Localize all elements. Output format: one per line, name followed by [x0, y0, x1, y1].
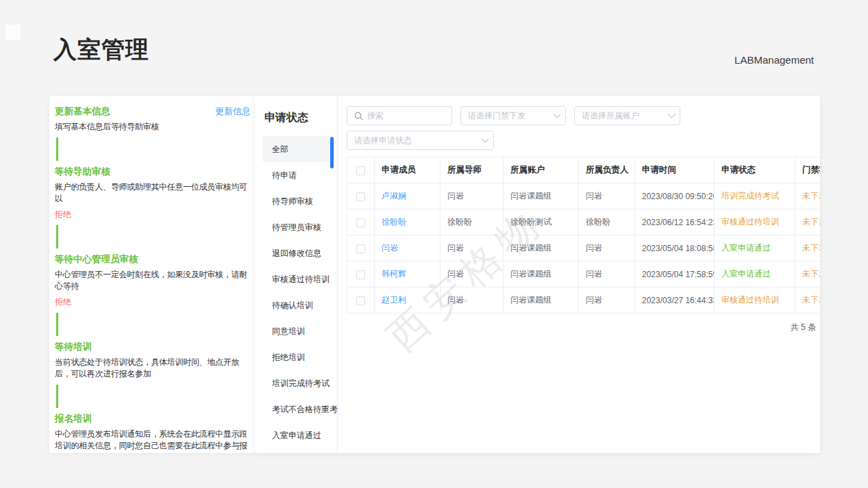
brand-label: LABManagement [734, 54, 814, 66]
access-cell: 未下发 [795, 183, 821, 209]
table-row: 闫岩 闫岩 闫岩课题组 闫岩 2023/05/04 18:08:58 入室申请通… [347, 235, 821, 261]
col-apply-time: 申请时间 [635, 157, 715, 183]
total-count-label: 共 5 条 [347, 313, 820, 333]
corner-artifact [5, 25, 21, 40]
chevron-down-icon [481, 135, 488, 142]
tab-agree-training[interactable]: 同意培训 [262, 318, 330, 344]
status-cell: 审核通过待培训 [715, 287, 795, 313]
step-desc: 当前状态处于待培训状态，具体培训时间、地点开放后，可以再次进行报名参加 [55, 357, 251, 380]
owner-cell: 闫岩 [579, 261, 635, 287]
process-guide-panel: 更新基本信息 更新信息 填写基本信息后等待导助审核 等待导助审核 账户的负责人、… [49, 96, 255, 453]
chevron-down-icon [667, 110, 675, 118]
status-cell: 审核通过待培训 [715, 209, 795, 235]
step-title-wait-training: 等待培训 [55, 341, 92, 353]
table-header-row: 申请成员 所属导师 所属账户 所属负责人 申请时间 申请状态 门禁状态 [347, 157, 821, 183]
reject-label: 拒绝 [55, 209, 251, 220]
status-select[interactable]: 请选择申请状态 [347, 131, 494, 150]
tab-entry-approved[interactable]: 入室申请通过 [262, 422, 330, 448]
status-cell: 入室申请通过 [715, 235, 795, 261]
tab-mentor-review[interactable]: 待导师审核 [262, 188, 330, 214]
time-cell: 2023/08/30 09:50:26 [635, 183, 715, 209]
row-checkbox[interactable] [356, 218, 365, 227]
mentor-cell: 闫岩 [441, 261, 504, 287]
col-owner: 所属负责人 [579, 157, 635, 183]
account-cell: 闫岩课题组 [504, 183, 579, 209]
search-input[interactable] [367, 111, 443, 120]
step-desc: 账户的负责人、导师或助理其中任意一位成员审核均可以 [55, 181, 251, 205]
access-cell: 未下发 [795, 209, 821, 235]
col-applicant: 申请成员 [375, 157, 441, 183]
status-sidebar: 申请状态 全部 待申请 待导师审核 待管理员审核 退回修改信息 审核通过待培训 … [255, 96, 338, 453]
account-cell: 闫岩课题组 [504, 235, 579, 261]
mentor-cell: 闫岩 [441, 287, 504, 313]
mentor-cell: 徐盼盼 [441, 209, 504, 235]
timeline-connector [56, 313, 58, 336]
account-cell: 徐盼盼测试 [504, 209, 579, 235]
reject-label: 拒绝 [55, 296, 251, 308]
select-all-checkbox[interactable] [356, 166, 365, 175]
account-cell: 闫岩课题组 [504, 261, 579, 287]
step-title-admin-review: 等待中心管理员审核 [55, 253, 138, 266]
tab-training-done-wait-exam[interactable]: 培训完成待考试 [262, 370, 330, 396]
time-cell: 2023/05/04 17:58:59 [635, 261, 715, 287]
tab-exam-failed[interactable]: 考试不合格待重考 [262, 396, 330, 422]
applications-table: 西安格物 申请成员 所属导师 所属账户 所属负责人 申请时间 申请状态 [347, 157, 820, 333]
access-cell: 未下发 [795, 235, 821, 261]
owner-cell: 闫岩 [579, 183, 635, 209]
applicant-name-link[interactable]: 闫岩 [382, 243, 398, 253]
step-title-signup-training: 报名培训 [55, 413, 92, 425]
col-access-status: 门禁状态 [795, 157, 821, 183]
row-checkbox[interactable] [356, 244, 365, 253]
step-desc: 中心管理员不一定会时刻在线，如果没及时审核，请耐心等待 [55, 269, 251, 292]
time-cell: 2023/03/27 16:44:33 [635, 287, 715, 313]
status-cell: 培训完成待考试 [715, 183, 795, 209]
tab-refuse-training[interactable]: 拒绝培训 [262, 344, 330, 370]
sidebar-scrollbar-thumb[interactable] [330, 137, 334, 168]
owner-cell: 徐盼盼 [579, 209, 635, 235]
time-cell: 2023/05/04 18:08:58 [635, 235, 715, 261]
tab-confirm-training[interactable]: 待确认培训 [262, 292, 330, 318]
row-checkbox[interactable] [356, 270, 365, 279]
status-cell: 入室申请通过 [715, 261, 795, 287]
timeline-connector [56, 138, 58, 161]
update-info-link[interactable]: 更新信息 [215, 105, 251, 118]
table-content-area: 请选择门禁下发 请选择所属账户 请选择申请状态 培训习题 邀请 西安格物 [338, 96, 820, 453]
applicant-name-link[interactable]: 徐盼盼 [382, 217, 406, 227]
step-title-mentor-review: 等待导助审核 [55, 166, 110, 178]
tab-approved-wait-training[interactable]: 审核通过待培训 [262, 266, 330, 292]
tab-returned[interactable]: 退回修改信息 [262, 240, 330, 266]
row-checkbox[interactable] [356, 296, 365, 305]
tab-all[interactable]: 全部 [262, 136, 330, 162]
applicant-name-link[interactable]: 赵卫利 [382, 295, 406, 305]
table-row: 卢淑娴 闫岩 闫岩课题组 闫岩 2023/08/30 09:50:26 培训完成… [347, 183, 821, 209]
application-panel: 申请状态 全部 待申请 待导师审核 待管理员审核 退回修改信息 审核通过待培训 … [255, 96, 820, 453]
sidebar-title: 申请状态 [262, 111, 337, 125]
search-icon [354, 112, 363, 120]
step-desc: 填写基本信息后等待导助审核 [55, 121, 251, 133]
mentor-cell: 闫岩 [441, 235, 504, 261]
table-row: 韩柯辉 闫岩 闫岩课题组 闫岩 2023/05/04 17:58:59 入室申请… [347, 261, 821, 287]
step-desc: 中心管理员发布培训通知后，系统会在此流程中显示跟培训的相关信息，同时您自己也需要… [55, 428, 251, 453]
applicant-name-link[interactable]: 韩柯辉 [382, 269, 406, 279]
page-title: 入室管理 [53, 34, 149, 66]
col-mentor: 所属导师 [441, 157, 504, 183]
mentor-cell: 闫岩 [441, 183, 504, 209]
account-cell: 闫岩课题组 [504, 287, 579, 313]
owner-cell: 闫岩 [579, 287, 635, 313]
access-cell: 未下发 [795, 287, 821, 313]
owner-cell: 闫岩 [579, 235, 635, 261]
timeline-connector [56, 385, 58, 408]
chevron-down-icon [553, 110, 560, 118]
tab-admin-review[interactable]: 待管理员审核 [262, 214, 330, 240]
search-input-wrapper [347, 106, 452, 125]
col-account: 所属账户 [504, 157, 579, 183]
access-issue-select[interactable]: 请选择门禁下发 [460, 106, 566, 125]
account-select[interactable]: 请选择所属账户 [574, 106, 680, 125]
tab-pending-apply[interactable]: 待申请 [262, 162, 330, 188]
timeline-connector [56, 225, 58, 248]
row-checkbox[interactable] [356, 192, 365, 201]
table-row: 赵卫利 闫岩 闫岩课题组 闫岩 2023/03/27 16:44:33 审核通过… [347, 287, 821, 313]
access-cell: 未下发 [795, 261, 821, 287]
applicant-name-link[interactable]: 卢淑娴 [382, 191, 406, 201]
step-title-update-info: 更新基本信息 [55, 105, 110, 118]
